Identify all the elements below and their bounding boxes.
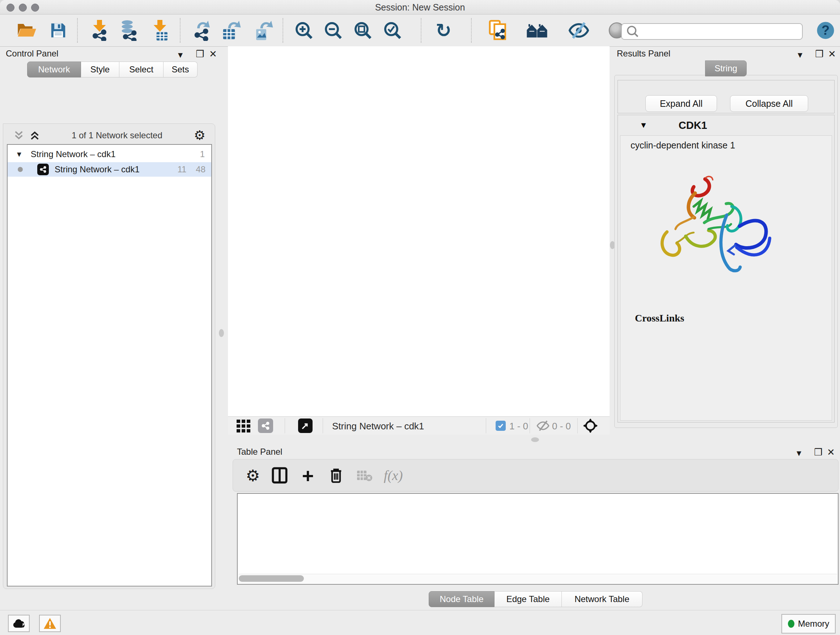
reset-view-crosshair-icon[interactable] <box>583 418 598 434</box>
toolbar-separator <box>530 418 530 433</box>
tree-expand-icon[interactable]: ▼ <box>16 150 23 158</box>
hide-panel-button[interactable] <box>567 19 591 42</box>
left-splitter-handle[interactable] <box>219 329 224 337</box>
results-panel-float-icon[interactable]: ▾ <box>798 49 802 60</box>
delete-column-trash-icon[interactable] <box>328 464 344 486</box>
selected-checkbox-icon[interactable] <box>496 421 506 431</box>
search-input[interactable] <box>640 25 802 38</box>
network-selected-status: 1 of 1 Network selected <box>40 130 194 141</box>
tab-style[interactable]: Style <box>81 62 119 78</box>
collapse-all-button[interactable]: Collapse All <box>730 95 808 112</box>
toolbar-separator <box>180 18 180 43</box>
grid-view-icon[interactable] <box>237 420 252 434</box>
scrollbar-thumb[interactable] <box>239 575 304 582</box>
table-panel-title: Table Panel <box>237 447 282 457</box>
home-button[interactable] <box>525 19 549 42</box>
tab-edge-table[interactable]: Edge Table <box>494 591 562 607</box>
network-name: String Network – cdk1 <box>55 165 140 174</box>
search-field <box>621 23 803 40</box>
title-bar: Session: New Session <box>0 0 840 14</box>
import-database-button[interactable] <box>117 19 140 42</box>
open-session-button[interactable] <box>16 19 38 42</box>
zoom-fit-button[interactable] <box>353 19 373 42</box>
window-title: Session: New Session <box>0 2 840 13</box>
tab-network[interactable]: Network <box>27 62 81 78</box>
network-row-selected[interactable]: String Network – cdk1 11 48 <box>8 162 211 177</box>
zoom-selected-button[interactable] <box>382 19 403 42</box>
zoom-out-button[interactable] <box>323 19 343 42</box>
control-panel-maximize-icon[interactable]: ❒ <box>196 49 204 59</box>
node-table <box>237 493 838 585</box>
toolbar-separator <box>577 418 578 433</box>
tab-select[interactable]: Select <box>119 62 164 78</box>
function-builder-icon: f(x) <box>381 464 406 486</box>
table-panel-close-icon[interactable]: ✕ <box>827 447 835 458</box>
export-image-button[interactable] <box>253 19 274 42</box>
table-panel-maximize-icon[interactable]: ❒ <box>814 447 822 458</box>
network-edge-count: 48 <box>196 165 205 174</box>
hidden-count: 0 - 0 <box>552 421 571 432</box>
copy-network-button[interactable] <box>487 19 509 42</box>
results-panel-close-icon[interactable]: ✕ <box>828 49 836 59</box>
control-panel-title: Control Panel <box>6 49 58 59</box>
toolbar-separator <box>77 18 78 43</box>
collection-count: 1 <box>200 149 205 159</box>
network-options-gear-icon[interactable]: ⚙ <box>194 129 205 142</box>
string-network-graph <box>228 46 609 416</box>
hidden-eye-icon[interactable] <box>536 420 550 433</box>
tab-string[interactable]: String <box>705 60 747 76</box>
selected-count: 1 - 0 <box>509 421 528 432</box>
memory-label: Memory <box>798 619 829 629</box>
expand-all-button[interactable]: Expand All <box>645 95 717 112</box>
show-columns-icon[interactable] <box>271 464 289 486</box>
expand-all-icon[interactable] <box>29 130 40 141</box>
network-collection-row[interactable]: ▼ String Network – cdk1 1 <box>8 147 211 162</box>
table-horizontal-scrollbar <box>238 574 837 583</box>
toolbar-separator <box>421 18 422 43</box>
add-column-icon[interactable]: + <box>299 464 317 488</box>
table-panel-float-icon[interactable]: ▾ <box>797 448 801 458</box>
refresh-layout-button[interactable]: ↻ <box>433 19 454 42</box>
export-network-button[interactable] <box>192 19 213 42</box>
table-toolbar: ⚙ + f(x) <box>233 459 838 492</box>
save-session-button[interactable] <box>48 19 69 42</box>
status-bar: Memory <box>0 610 840 635</box>
svg-text:?: ? <box>821 23 829 38</box>
expand-collapse-bar: Expand All Collapse All <box>617 80 835 113</box>
warning-button[interactable] <box>39 615 61 632</box>
export-table-button[interactable] <box>220 19 243 42</box>
warning-icon <box>43 617 57 630</box>
help-button[interactable]: ? <box>816 19 835 42</box>
table-type-tabs: Node TableEdge TableNetwork Table <box>429 591 643 607</box>
network-node-count: 11 <box>177 165 186 174</box>
control-panel-float-icon[interactable]: ▾ <box>178 49 183 60</box>
protein-description: cyclin-dependent kinase 1 <box>630 140 735 150</box>
cloud-button[interactable] <box>8 615 30 632</box>
zoom-in-button[interactable] <box>294 19 314 42</box>
section-collapse-icon[interactable]: ▼ <box>639 120 647 130</box>
tab-node-table[interactable]: Node Table <box>429 591 494 607</box>
results-panel: Results Panel ▾ ❒ ✕ String Expand All Co… <box>611 46 840 445</box>
memory-button[interactable]: Memory <box>782 614 836 633</box>
delete-table-icon-disabled <box>355 464 373 486</box>
table-settings-gear-icon[interactable]: ⚙ <box>244 464 262 486</box>
open-in-window-icon[interactable] <box>298 418 313 433</box>
network-view-canvas[interactable] <box>228 46 609 416</box>
network-share-icon[interactable] <box>258 418 273 433</box>
network-tree: ▼ String Network – cdk1 1 String Network… <box>7 144 212 586</box>
control-panel-close-icon[interactable]: ✕ <box>209 49 217 59</box>
tab-sets[interactable]: Sets <box>164 62 197 78</box>
results-panel-title: Results Panel <box>617 49 670 59</box>
cloud-icon <box>11 618 26 629</box>
string-results-container: Expand All Collapse All ▼ CDK1 cyclin-de… <box>614 75 838 428</box>
cdk1-section-header[interactable]: ▼ CDK1 <box>618 115 834 135</box>
protein-structure-image <box>652 170 779 291</box>
import-table-button[interactable] <box>149 19 171 42</box>
network-status-dot <box>18 167 23 172</box>
tab-network-table[interactable]: Network Table <box>562 591 643 607</box>
horizontal-splitter-handle[interactable] <box>531 437 539 442</box>
import-network-button[interactable] <box>89 19 110 42</box>
results-panel-maximize-icon[interactable]: ❒ <box>815 49 823 59</box>
string-network-icon <box>37 164 49 175</box>
collapse-all-icon[interactable] <box>13 130 24 141</box>
